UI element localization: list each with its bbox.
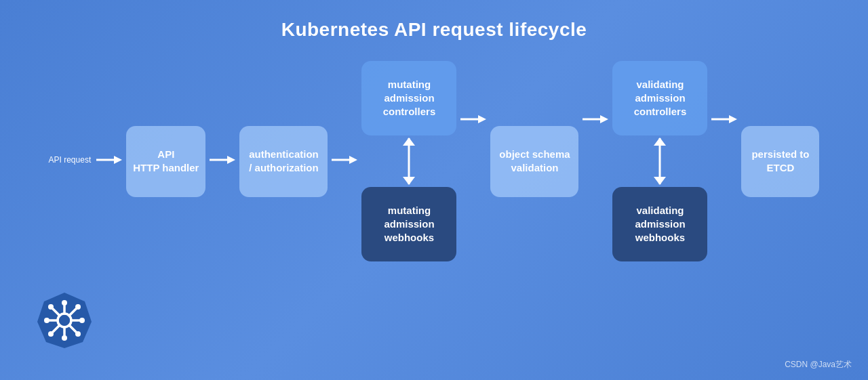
validating-controllers-box: validating admission controllers [612, 61, 707, 135]
object-schema-box: object schema validation [490, 126, 578, 197]
validating-column: validating admission controllers validat… [612, 61, 707, 261]
auth-box: authentication / authorization [239, 126, 328, 197]
svg-point-24 [44, 318, 50, 323]
arrow-1 [210, 154, 235, 168]
arrow-3 [460, 114, 486, 127]
svg-marker-3 [227, 156, 235, 164]
svg-point-27 [75, 331, 81, 337]
validating-webhooks-box: validating admission webhooks [612, 187, 707, 261]
api-handler-box: API HTTP handler [126, 126, 205, 197]
diagram-flow: API request API HTTP handler [0, 61, 868, 261]
api-handler-column: API HTTP handler [126, 126, 205, 197]
svg-marker-11 [729, 115, 737, 123]
arrow-4 [583, 114, 608, 127]
mutating-controllers-box: mutating admission controllers [361, 61, 456, 135]
page-title: Kubernetes API request lifecycle [0, 0, 868, 54]
object-schema-column: object schema validation [490, 126, 578, 197]
auth-column: authentication / authorization [239, 126, 328, 197]
svg-marker-1 [114, 156, 122, 164]
persisted-box: persisted to ETCD [741, 126, 819, 197]
api-request-label: API request [49, 154, 92, 166]
arrow-initial [96, 154, 122, 168]
arrow-5 [711, 114, 737, 127]
page-background: Kubernetes API request lifecycle API req… [0, 0, 868, 380]
mutating-column: mutating admission controllers mutating … [361, 61, 456, 261]
svg-point-25 [79, 318, 85, 323]
svg-marker-7 [478, 115, 486, 123]
svg-point-22 [62, 300, 67, 305]
kubernetes-logo [34, 289, 95, 353]
arrow-2 [332, 154, 357, 168]
svg-point-26 [48, 304, 54, 310]
svg-marker-5 [349, 156, 357, 164]
svg-point-28 [75, 304, 81, 310]
persisted-column: persisted to ETCD [741, 126, 819, 197]
mutating-webhooks-box: mutating admission webhooks [361, 187, 456, 261]
svg-point-23 [62, 335, 67, 341]
watermark: CSDN @Java艺术 [785, 359, 852, 371]
svg-marker-9 [600, 115, 608, 123]
svg-point-29 [48, 331, 54, 337]
